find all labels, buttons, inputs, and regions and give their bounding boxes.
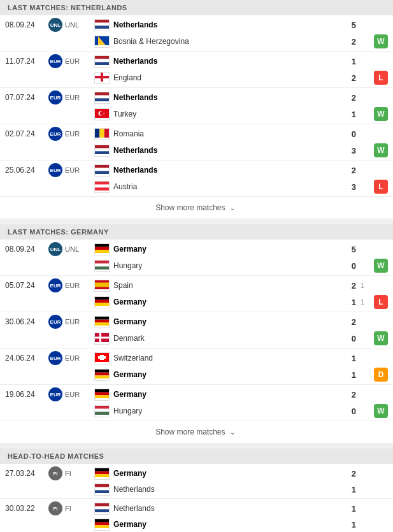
competition-icon: EUREUR	[48, 127, 94, 141]
team-info: Germany	[94, 316, 341, 328]
team-row: 19.06.24EUREURGermany2	[0, 385, 393, 403]
match-date: 30.06.24	[5, 317, 48, 326]
svg-rect-58	[95, 412, 109, 415]
svg-rect-2	[95, 25, 109, 29]
team-score: 1	[341, 57, 356, 66]
flag-romania	[94, 128, 110, 140]
extra-score: 1	[356, 298, 369, 306]
svg-rect-18	[95, 129, 99, 138]
team-name: Hungary	[113, 261, 142, 270]
svg-rect-55	[95, 395, 109, 398]
team-info: Netherlands	[94, 145, 341, 157]
svg-rect-37	[95, 282, 109, 287]
svg-rect-29	[95, 187, 109, 191]
team-name: Netherlands	[113, 485, 155, 494]
match-pair: 05.07.24EUREURSpain21Germany11L	[0, 276, 393, 312]
team-row: Hungary0W	[0, 257, 393, 275]
team-row: Turkey1W	[0, 106, 393, 124]
team-info: Switzerland	[94, 352, 341, 364]
svg-rect-33	[95, 261, 109, 264]
svg-rect-28	[95, 184, 109, 187]
svg-rect-0	[95, 20, 109, 23]
flag-bosnia	[94, 36, 110, 48]
show-more-button[interactable]: Show more matches ⌄	[0, 421, 393, 443]
svg-rect-68	[95, 519, 109, 522]
team-info: Bosnia & Herzegovina	[94, 36, 341, 48]
svg-rect-26	[95, 171, 109, 174]
team-info: Germany	[94, 468, 341, 480]
team-name: Turkey	[113, 110, 136, 119]
chevron-down-icon: ⌄	[230, 429, 235, 436]
flag-netherlands	[94, 503, 110, 515]
team-info: Germany	[94, 369, 341, 381]
team-info: Turkey	[94, 108, 341, 120]
team-row: Bosnia & Herzegovina2W	[0, 33, 393, 51]
svg-rect-12	[95, 95, 109, 98]
svg-rect-62	[95, 484, 109, 487]
competition-icon: EUREUR	[48, 54, 94, 68]
team-score: 1	[341, 110, 356, 119]
team-name: Germany	[113, 390, 146, 399]
team-name: Germany	[113, 370, 146, 379]
extra-score: 1	[356, 282, 369, 289]
team-info: Hungary	[94, 260, 341, 272]
svg-rect-21	[95, 145, 109, 148]
svg-rect-46	[95, 336, 109, 338]
competition-icon: EUREUR	[48, 315, 94, 329]
flag-netherlands	[94, 19, 110, 31]
svg-rect-24	[95, 165, 109, 168]
svg-rect-53	[95, 389, 109, 392]
team-score: 2	[341, 469, 356, 478]
section-germany: LAST MATCHES: GERMANY08.09.24UNLUNLGerma…	[0, 224, 393, 443]
team-score: 2	[341, 73, 356, 83]
team-row: 30.06.24EUREURGermany2	[0, 312, 393, 330]
flag-germany	[94, 389, 110, 401]
svg-rect-41	[95, 317, 109, 320]
flag-switzerland	[94, 352, 110, 364]
flag-germany	[94, 296, 110, 308]
team-row: Germany1D	[0, 366, 393, 384]
match-pair: 30.06.24EUREURGermany2Denmark0W	[0, 312, 393, 349]
svg-rect-63	[95, 487, 109, 490]
svg-rect-19	[99, 129, 104, 138]
team-name: Germany	[113, 298, 146, 306]
team-row: 11.07.24EUREURNetherlands1	[0, 52, 393, 69]
team-info: Netherlands	[94, 484, 341, 496]
team-name: Romania	[113, 129, 144, 138]
match-pair: 27.03.24FIFIGermany2Netherlands1	[0, 464, 393, 499]
flag-denmark	[94, 333, 110, 345]
team-info: Netherlands	[94, 55, 341, 68]
svg-point-16	[100, 111, 104, 115]
match-date: 05.07.24	[5, 281, 48, 290]
svg-rect-30	[95, 244, 109, 247]
match-pair: 11.07.24EUREURNetherlands1England2L	[0, 52, 393, 88]
team-info: Austria	[94, 181, 341, 193]
svg-rect-34	[95, 263, 109, 266]
team-info: Hungary	[94, 405, 341, 417]
match-pair: 30.03.22FIFINetherlands1Germany1	[0, 499, 393, 532]
show-more-button[interactable]: Show more matches ⌄	[0, 197, 393, 219]
team-name: Germany	[113, 520, 146, 529]
svg-rect-49	[98, 356, 106, 359]
match-pair: 02.07.24EUREURRomania0Netherlands3W	[0, 124, 393, 161]
match-date: 27.03.24	[5, 469, 48, 478]
show-more-label: Show more matches	[155, 428, 225, 436]
match-date: 08.09.24	[5, 245, 48, 254]
match-pair: 24.06.24EUREURSwitzerland1Germany1D	[0, 349, 393, 385]
match-date: 25.06.24	[5, 166, 48, 175]
team-name: Austria	[113, 182, 137, 191]
svg-rect-39	[95, 299, 109, 303]
match-date: 08.09.24	[5, 20, 48, 29]
flag-netherlands	[94, 92, 110, 104]
team-row: 08.09.24UNLUNLNetherlands5	[0, 15, 393, 33]
team-row: Netherlands3W	[0, 142, 393, 160]
team-name: Germany	[113, 469, 146, 478]
team-score: 0	[341, 261, 356, 271]
team-info: England	[94, 72, 341, 84]
flag-netherlands	[94, 145, 110, 157]
flag-austria	[94, 181, 110, 193]
svg-rect-70	[95, 525, 109, 528]
team-info: Germany	[94, 519, 341, 531]
team-name: Netherlands	[113, 146, 157, 155]
team-row: 30.03.22FIFINetherlands1	[0, 499, 393, 517]
